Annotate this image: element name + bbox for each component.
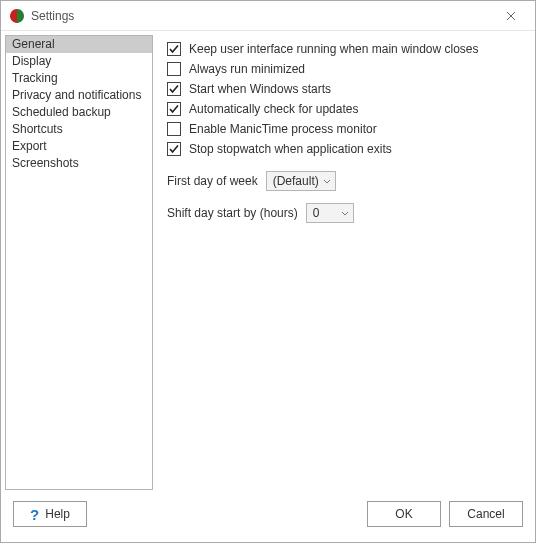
- ok-label: OK: [395, 507, 412, 521]
- option-label: Start when Windows starts: [189, 82, 331, 96]
- help-icon: ?: [30, 506, 39, 523]
- option-label: Stop stopwatch when application exits: [189, 142, 392, 156]
- checkbox[interactable]: [167, 42, 181, 56]
- settings-window: Settings GeneralDisplayTrackingPrivacy a…: [0, 0, 536, 543]
- option-row: Start when Windows starts: [167, 79, 523, 99]
- sidebar: GeneralDisplayTrackingPrivacy and notifi…: [5, 35, 153, 490]
- shift-day-value: 0: [313, 206, 320, 220]
- options-list: Keep user interface running when main wi…: [167, 39, 523, 159]
- first-day-row: First day of week (Default): [167, 171, 523, 191]
- cancel-label: Cancel: [467, 507, 504, 521]
- option-row: Enable ManicTime process monitor: [167, 119, 523, 139]
- ok-button[interactable]: OK: [367, 501, 441, 527]
- checkbox[interactable]: [167, 62, 181, 76]
- checkbox[interactable]: [167, 82, 181, 96]
- window-title: Settings: [31, 9, 495, 23]
- sidebar-item-display[interactable]: Display: [6, 53, 152, 70]
- chevron-down-icon: [341, 206, 349, 220]
- sidebar-item-export[interactable]: Export: [6, 138, 152, 155]
- sidebar-item-scheduled-backup[interactable]: Scheduled backup: [6, 104, 152, 121]
- close-button[interactable]: [495, 4, 527, 28]
- chevron-down-icon: [323, 174, 331, 188]
- option-row: Always run minimized: [167, 59, 523, 79]
- shift-day-row: Shift day start by (hours) 0: [167, 203, 523, 223]
- option-label: Automatically check for updates: [189, 102, 358, 116]
- titlebar: Settings: [1, 1, 535, 31]
- first-day-value: (Default): [273, 174, 319, 188]
- help-button[interactable]: ? Help: [13, 501, 87, 527]
- sidebar-item-privacy-and-notifications[interactable]: Privacy and notifications: [6, 87, 152, 104]
- checkbox[interactable]: [167, 142, 181, 156]
- close-icon: [506, 11, 516, 21]
- first-day-label: First day of week: [167, 174, 258, 188]
- sidebar-item-tracking[interactable]: Tracking: [6, 70, 152, 87]
- footer: ? Help OK Cancel: [1, 494, 535, 542]
- app-icon: [9, 8, 25, 24]
- option-row: Keep user interface running when main wi…: [167, 39, 523, 59]
- shift-day-select[interactable]: 0: [306, 203, 354, 223]
- option-row: Stop stopwatch when application exits: [167, 139, 523, 159]
- sidebar-item-shortcuts[interactable]: Shortcuts: [6, 121, 152, 138]
- sidebar-item-screenshots[interactable]: Screenshots: [6, 155, 152, 172]
- first-day-select[interactable]: (Default): [266, 171, 336, 191]
- content: Keep user interface running when main wi…: [159, 35, 527, 490]
- shift-day-label: Shift day start by (hours): [167, 206, 298, 220]
- option-label: Always run minimized: [189, 62, 305, 76]
- body: GeneralDisplayTrackingPrivacy and notifi…: [1, 31, 535, 494]
- sidebar-item-general[interactable]: General: [6, 36, 152, 53]
- checkbox[interactable]: [167, 122, 181, 136]
- option-label: Enable ManicTime process monitor: [189, 122, 377, 136]
- option-row: Automatically check for updates: [167, 99, 523, 119]
- cancel-button[interactable]: Cancel: [449, 501, 523, 527]
- help-label: Help: [45, 507, 70, 521]
- checkbox[interactable]: [167, 102, 181, 116]
- option-label: Keep user interface running when main wi…: [189, 42, 479, 56]
